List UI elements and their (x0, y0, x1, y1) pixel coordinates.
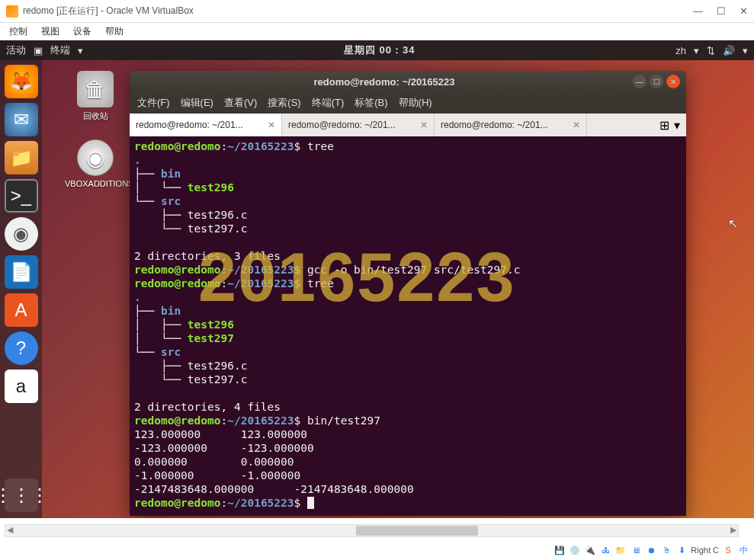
dock-files[interactable]: 📁 (5, 141, 38, 174)
dock-ubuntu-software[interactable]: A (5, 293, 38, 327)
status-keyboard-icon[interactable]: ⬇ (675, 544, 688, 556)
desktop-trash[interactable]: 🗑 回收站 (65, 71, 126, 122)
input-lang[interactable]: zh (675, 45, 686, 56)
sogou-ime-icon[interactable]: S (722, 544, 734, 556)
ime-lang-icon[interactable]: 中 (737, 544, 749, 556)
tab-close-icon[interactable]: ✕ (420, 120, 428, 130)
terminal-cursor (307, 497, 314, 509)
scroll-left-icon[interactable]: ◀ (7, 525, 13, 535)
dock-thunderbird[interactable]: ✉ (5, 103, 38, 136)
status-hostkey: Right C (691, 546, 719, 555)
dock-rhythmbox[interactable]: ◉ (5, 217, 38, 251)
terminal-tabstrip: redomo@redomo: ~/201... ✕ redomo@redomo:… (130, 114, 686, 136)
term-menu-terminal[interactable]: 终端(T) (312, 96, 345, 110)
new-tab-icon[interactable]: ⊞ (659, 118, 669, 133)
menu-control[interactable]: 控制 (9, 25, 27, 38)
trash-icon: 🗑 (77, 71, 114, 107)
terminal-tab[interactable]: redomo@redomo: ~/201... ✕ (435, 114, 587, 136)
terminal-menubar: 文件(F) 编辑(E) 查看(V) 搜索(S) 终端(T) 标签(B) 帮助(H… (130, 92, 686, 114)
scrollbar-thumb[interactable] (356, 526, 478, 536)
menu-help[interactable]: 帮助 (105, 25, 124, 38)
cdrom-label: VBOXADDITIONS_4.3.12_93... (65, 179, 126, 188)
close-button[interactable]: ✕ (740, 5, 748, 17)
desktop-cdrom[interactable]: ◉ VBOXADDITIONS_4.3.12_93... (65, 139, 126, 188)
tab-close-icon[interactable]: ✕ (573, 120, 580, 130)
term-menu-search[interactable]: 搜索(S) (268, 96, 300, 110)
horizontal-scrollbar[interactable]: ◀ ▶ (5, 524, 739, 537)
terminal-body[interactable]: redomo@redomo:~/20165223$ tree . ├── bin… (130, 136, 686, 516)
terminal-close-button[interactable]: ✕ (666, 75, 680, 88)
ubuntu-dock: 🦊 ✉ 📁 >_ ◉ 📄 A ? a ⋮⋮⋮ (0, 60, 42, 518)
term-menu-file[interactable]: 文件(F) (137, 96, 170, 110)
terminal-tab[interactable]: redomo@redomo: ~/201... ✕ (130, 114, 282, 136)
status-usb-icon[interactable]: 🔌 (584, 544, 596, 556)
menu-view[interactable]: 视图 (41, 25, 59, 38)
dock-libreoffice-writer[interactable]: 📄 (5, 255, 38, 289)
guest-desktop: 活动 ▣ 终端 ▾ 星期四 00：34 zh ▾ ⇅ 🔊 ▾ 🦊 ✉ 📁 >_ … (0, 40, 754, 518)
menu-device[interactable]: 设备 (73, 25, 91, 38)
chevron-down-icon: ▾ (78, 45, 83, 56)
chevron-down-icon: ▾ (694, 45, 699, 56)
terminal-tab[interactable]: redomo@redomo: ~/201... ✕ (282, 114, 435, 136)
topbar-clock[interactable]: 星期四 00：34 (83, 43, 675, 57)
gnome-topbar: 活动 ▣ 终端 ▾ 星期四 00：34 zh ▾ ⇅ 🔊 ▾ (0, 40, 754, 60)
vbox-bottom: ◀ ▶ 💾 💿 🔌 🖧 📁 🖥 ⏺ 🖱 ⬇ Right C S 中 (0, 518, 754, 560)
term-menu-tabs[interactable]: 标签(B) (355, 96, 387, 110)
vbox-window-title: redomo [正在运行] - Oracle VM VirtualBox (23, 5, 693, 18)
maximize-button[interactable]: ☐ (717, 5, 726, 17)
status-display-icon[interactable]: 🖥 (630, 544, 642, 556)
tab-label: redomo@redomo: ~/201... (288, 120, 416, 130)
minimize-button[interactable]: — (693, 5, 703, 17)
status-network-icon[interactable]: 🖧 (599, 544, 611, 556)
dock-show-apps[interactable]: ⋮⋮⋮ (5, 478, 38, 512)
term-menu-help[interactable]: 帮助(H) (399, 96, 432, 110)
dock-help[interactable]: ? (5, 331, 38, 365)
status-shared-icon[interactable]: 📁 (614, 544, 627, 556)
status-recording-icon[interactable]: ⏺ (645, 544, 657, 556)
term-menu-edit[interactable]: 编辑(E) (181, 96, 213, 110)
tab-close-icon[interactable]: ✕ (268, 120, 275, 130)
chevron-down-icon[interactable]: ▾ (674, 118, 680, 133)
network-icon[interactable]: ⇅ (707, 45, 715, 56)
topbar-app-label[interactable]: 终端 (50, 43, 70, 57)
topbar-term-icon: ▣ (34, 45, 43, 56)
term-menu-view[interactable]: 查看(V) (224, 96, 257, 110)
dock-firefox[interactable]: 🦊 (5, 65, 38, 98)
cdrom-icon: ◉ (77, 139, 114, 176)
window-controls: — ☐ ✕ (693, 5, 748, 17)
tab-label: redomo@redomo: ~/201... (441, 120, 568, 130)
terminal-window: redomo@redomo: ~/20165223 — ☐ ✕ 文件(F) 编辑… (130, 71, 686, 516)
trash-label: 回收站 (65, 110, 126, 122)
activities-button[interactable]: 活动 (6, 43, 26, 57)
status-hdd-icon[interactable]: 💾 (553, 544, 566, 556)
terminal-maximize-button[interactable]: ☐ (650, 75, 663, 88)
terminal-title: redomo@redomo: ~/20165223 (136, 76, 633, 88)
dock-amazon[interactable]: a (5, 370, 38, 403)
scroll-right-icon[interactable]: ▶ (730, 525, 736, 535)
status-optical-icon[interactable]: 💿 (569, 544, 581, 556)
volume-icon[interactable]: 🔊 (723, 45, 735, 56)
terminal-titlebar[interactable]: redomo@redomo: ~/20165223 — ☐ ✕ (130, 71, 686, 92)
vbox-menubar: 控制 视图 设备 帮助 (0, 23, 754, 40)
tab-extra: ⊞ ▾ (653, 114, 686, 136)
status-mouse-icon[interactable]: 🖱 (660, 544, 672, 556)
terminal-minimize-button[interactable]: — (633, 75, 647, 88)
tab-label: redomo@redomo: ~/201... (136, 120, 263, 130)
vbox-statusbar: 💾 💿 🔌 🖧 📁 🖥 ⏺ 🖱 ⬇ Right C S 中 (553, 544, 749, 556)
dock-terminal[interactable]: >_ (5, 179, 38, 213)
chevron-down-icon: ▾ (743, 45, 748, 56)
virtualbox-icon (6, 5, 18, 18)
vbox-titlebar: redomo [正在运行] - Oracle VM VirtualBox — ☐… (0, 0, 754, 23)
